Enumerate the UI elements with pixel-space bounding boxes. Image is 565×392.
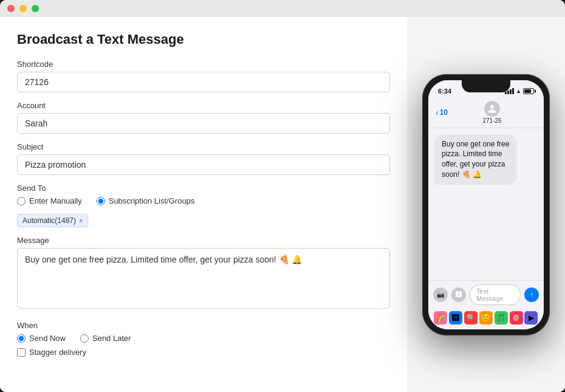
message-label: Message xyxy=(17,236,390,245)
iphone-mockup: 6:34 ▲ xyxy=(422,74,550,335)
message-bubble: Buy one get one free pizza. Limited time… xyxy=(434,134,517,185)
enter-manually-radio[interactable] xyxy=(17,197,26,205)
camera-icon[interactable]: 📷 xyxy=(433,287,448,302)
subscription-list-option[interactable]: Subscription List/Groups xyxy=(97,196,195,205)
tag-container: Automatic(1487) × xyxy=(17,214,390,227)
send-to-group: Send To Enter Manually Subscription List… xyxy=(17,184,390,205)
subscription-list-label: Subscription List/Groups xyxy=(109,196,195,205)
enter-manually-option[interactable]: Enter Manually xyxy=(17,196,82,205)
subject-group: Subject xyxy=(17,142,390,175)
app-window: Broadcast a Text Message Shortcode Accou… xyxy=(0,0,565,392)
chevron-left-icon: ‹ xyxy=(436,108,439,117)
send-to-radio-group: Enter Manually Subscription List/Groups xyxy=(17,196,390,205)
subject-label: Subject xyxy=(17,142,390,151)
back-button[interactable]: ‹ 10 xyxy=(436,108,448,117)
message-group: Message Buy one get one free pizza. Limi… xyxy=(17,236,390,311)
contact-avatar xyxy=(484,101,500,117)
tag-label: Automatic(1487) xyxy=(22,216,76,225)
shortcode-group: Shortcode xyxy=(17,60,390,92)
phone-status-icons: ▲ xyxy=(505,88,534,94)
wifi-icon: ▲ xyxy=(516,88,521,94)
stagger-checkbox[interactable] xyxy=(17,348,26,357)
automatic-tag: Automatic(1487) × xyxy=(17,214,88,227)
contact-info: 271-26 xyxy=(448,101,536,124)
main-content: Broadcast a Text Message Shortcode Accou… xyxy=(0,17,565,392)
page-title: Broadcast a Text Message xyxy=(17,32,390,47)
subscription-list-radio[interactable] xyxy=(97,197,105,205)
form-panel: Broadcast a Text Message Shortcode Accou… xyxy=(0,17,407,392)
iphone-screen: 6:34 ▲ xyxy=(428,80,544,329)
phone-messages: Buy one get one free pizza. Limited time… xyxy=(428,128,544,280)
account-label: Account xyxy=(17,101,390,110)
shortcode-label: Shortcode xyxy=(17,60,390,69)
phone-wrapper: 6:34 ▲ xyxy=(407,17,565,392)
contact-number: 271-26 xyxy=(482,117,501,124)
send-later-option[interactable]: Send Later xyxy=(80,334,131,343)
account-input[interactable] xyxy=(17,113,390,134)
titlebar xyxy=(0,0,565,17)
send-now-radio[interactable] xyxy=(17,334,26,343)
when-section: When Send Now Send Later Stagger deliver… xyxy=(17,321,390,357)
person-icon xyxy=(487,104,497,114)
iphone-notch xyxy=(462,80,510,92)
enter-manually-label: Enter Manually xyxy=(29,196,82,205)
app-icon-4[interactable]: 😊 xyxy=(479,311,493,325)
account-group: Account xyxy=(17,101,390,134)
phone-nav-bar: ‹ 10 271-26 xyxy=(428,97,544,128)
send-button[interactable]: ↑ xyxy=(524,287,539,302)
send-now-label: Send Now xyxy=(29,334,66,343)
send-later-radio[interactable] xyxy=(80,334,89,343)
app-icon-6[interactable]: 🎯 xyxy=(510,311,523,325)
message-textarea[interactable]: Buy one get one free pizza. Limited time… xyxy=(17,248,390,309)
app-icon-7[interactable]: ▶ xyxy=(524,311,538,325)
subject-input[interactable] xyxy=(17,154,390,175)
close-button[interactable] xyxy=(7,5,15,12)
phone-input-area: 📷 🅰 Text Message ↑ 🌈 🅰 🔍 😊 🎵 🎯 xyxy=(428,280,544,329)
back-number: 10 xyxy=(440,108,448,117)
app-icon-3[interactable]: 🔍 xyxy=(464,311,478,325)
apps-icon[interactable]: 🅰 xyxy=(451,287,466,302)
tag-close-button[interactable]: × xyxy=(79,217,83,224)
phone-app-icons-row: 🌈 🅰 🔍 😊 🎵 🎯 ▶ xyxy=(433,309,539,326)
message-input[interactable]: Text Message xyxy=(470,284,521,305)
when-radio-group: Send Now Send Later xyxy=(17,334,390,343)
app-icon-2[interactable]: 🅰 xyxy=(449,311,462,325)
shortcode-input[interactable] xyxy=(17,72,390,92)
stagger-label: Stagger delivery xyxy=(29,348,86,357)
send-now-option[interactable]: Send Now xyxy=(17,334,66,343)
app-icon-1[interactable]: 🌈 xyxy=(434,311,447,325)
minimize-button[interactable] xyxy=(19,5,27,12)
phone-time: 6:34 xyxy=(438,88,451,95)
send-to-label: Send To xyxy=(17,184,390,193)
maximize-button[interactable] xyxy=(32,5,39,12)
app-icon-5[interactable]: 🎵 xyxy=(495,311,508,325)
when-label: When xyxy=(17,321,390,330)
phone-input-row: 📷 🅰 Text Message ↑ xyxy=(433,284,539,305)
battery-icon xyxy=(523,88,534,94)
send-later-label: Send Later xyxy=(92,334,131,343)
stagger-option[interactable]: Stagger delivery xyxy=(17,348,390,357)
